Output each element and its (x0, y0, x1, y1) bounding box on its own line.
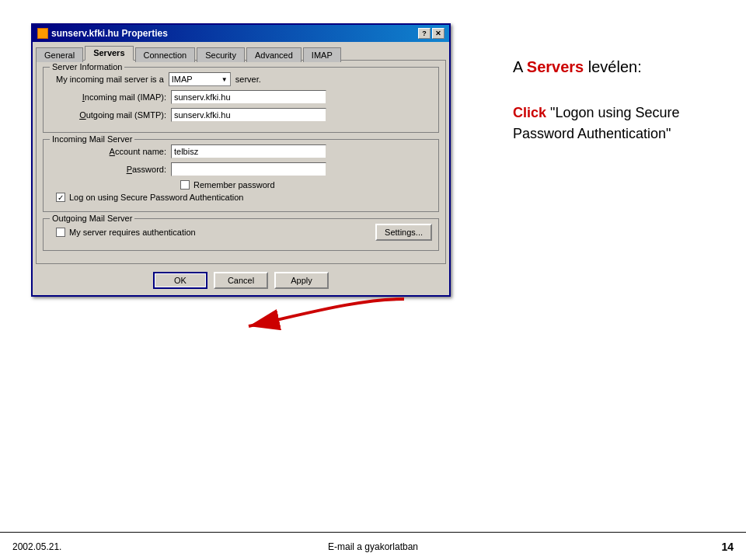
right-panel: A Servers levélen: Click "Logon using Se… (497, 23, 680, 144)
server-info-label: Server Information (50, 62, 124, 71)
intro-line: A Servers levélen: (513, 54, 680, 79)
outgoing-server-section: Outgoing Mail Server My server requires … (43, 218, 439, 251)
dialog-footer: OK Cancel Apply (33, 267, 449, 295)
remember-password-label: Remember password (193, 180, 275, 190)
incoming-mail-label: Incoming mail (IMAP): (50, 92, 166, 102)
auth-row: My server requires authentication Settin… (50, 224, 432, 241)
tab-general[interactable]: General (36, 47, 83, 62)
tab-bar: General Servers Connection Security Adva… (33, 42, 449, 60)
properties-dialog: sunserv.kfki.hu Properties ? ✕ General S… (31, 23, 451, 297)
password-row: Password: (50, 162, 432, 176)
dialog-icon (37, 28, 48, 39)
spa-row: Log on using Secure Password Authenticat… (50, 193, 432, 202)
bottom-bar: 2002.05.21. E-mail a gyakorlatban 14 (0, 532, 746, 560)
help-button[interactable]: ? (418, 28, 431, 39)
remember-password-checkbox[interactable] (180, 180, 190, 190)
outgoing-server-label: Outgoing Mail Server (50, 214, 134, 223)
tab-imap[interactable]: IMAP (303, 47, 341, 62)
dropdown-arrow-icon: ▼ (221, 76, 228, 83)
ok-button[interactable]: OK (153, 272, 207, 289)
tab-connection[interactable]: Connection (135, 47, 196, 62)
footer-center: E-mail a gyakorlatban (328, 541, 418, 552)
incoming-mail-input[interactable] (171, 90, 326, 104)
server-type-dropdown[interactable]: IMAP ▼ (169, 72, 231, 86)
remember-password-row: Remember password (50, 180, 432, 190)
server-info-section: Server Information My incoming mail serv… (43, 67, 439, 133)
spa-label: Log on using Secure Password Authenticat… (69, 193, 243, 202)
dialog-title: sunserv.kfki.hu Properties (51, 28, 168, 39)
auth-checkbox[interactable] (56, 228, 65, 237)
settings-button[interactable]: Settings... (375, 224, 432, 241)
tab-servers[interactable]: Servers (85, 46, 133, 61)
footer-date: 2002.05.21. (12, 541, 61, 552)
outgoing-mail-row: Outgoing mail (SMTP): (50, 108, 432, 122)
incoming-mail-row: Incoming mail (IMAP): (50, 90, 432, 104)
outgoing-mail-label: Outgoing mail (SMTP): (50, 110, 166, 120)
instruction-text: Click "Logon using Secure Password Authe… (513, 103, 680, 144)
spa-checkbox[interactable] (56, 193, 65, 202)
server-type-row: My incoming mail server is a IMAP ▼ serv… (50, 72, 432, 86)
server-suffix: server. (235, 75, 261, 84)
outgoing-mail-input[interactable] (171, 108, 326, 122)
tab-advanced[interactable]: Advanced (246, 47, 302, 62)
apply-button[interactable]: Apply (274, 272, 329, 289)
tab-security[interactable]: Security (197, 47, 245, 62)
incoming-server-section: Incoming Mail Server Account name: Passw… (43, 139, 439, 212)
titlebar-left: sunserv.kfki.hu Properties (37, 28, 168, 39)
dialog-body: Server Information My incoming mail serv… (36, 60, 446, 264)
footer-page: 14 (721, 541, 734, 553)
account-name-input[interactable] (171, 144, 326, 158)
account-name-row: Account name: (50, 144, 432, 158)
auth-label: My server requires authentication (69, 228, 196, 237)
password-input[interactable] (171, 162, 326, 176)
incoming-server-label: Incoming Mail Server (50, 134, 134, 144)
cancel-button[interactable]: Cancel (214, 272, 268, 289)
close-button[interactable]: ✕ (432, 28, 444, 39)
password-label: Password: (50, 165, 166, 174)
account-name-label: Account name: (50, 147, 166, 156)
dialog-titlebar: sunserv.kfki.hu Properties ? ✕ (33, 25, 449, 42)
titlebar-buttons: ? ✕ (418, 28, 444, 39)
incoming-type-label: My incoming mail server is a (56, 75, 164, 84)
